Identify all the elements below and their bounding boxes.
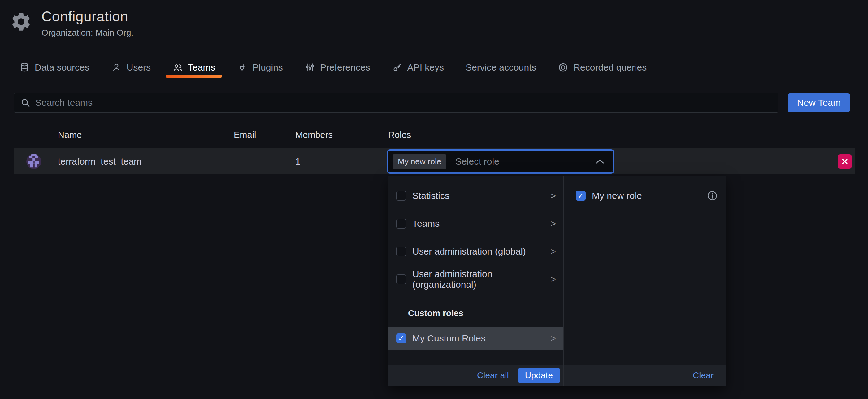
teams-toolbar: New Team <box>14 93 850 112</box>
tab-label: API keys <box>407 62 444 73</box>
chevron-right-icon: > <box>550 191 556 201</box>
delete-team-button[interactable] <box>838 154 852 169</box>
tab-data-sources[interactable]: Data sources <box>12 57 96 78</box>
menu-item-label: User administration (global) <box>412 246 548 257</box>
search-teams-input[interactable] <box>35 97 772 108</box>
menu-item-label: Teams <box>412 219 548 229</box>
checkbox-checked[interactable] <box>576 191 586 201</box>
key-icon <box>392 62 402 73</box>
column-header-email: Email <box>234 130 256 140</box>
checkbox-unchecked[interactable] <box>396 246 406 257</box>
database-icon <box>19 62 30 73</box>
column-header-name: Name <box>58 130 82 140</box>
custom-roles-group-header: Custom roles <box>388 306 563 321</box>
record-icon <box>558 62 568 73</box>
chevron-up-icon[interactable] <box>595 159 604 164</box>
sliders-icon <box>305 62 315 73</box>
role-picker-input[interactable]: My new role Select role <box>388 151 613 172</box>
tab-users[interactable]: Users <box>104 57 158 78</box>
role-picker-placeholder: Select role <box>455 156 586 167</box>
submenu-item-label: My new role <box>592 191 707 201</box>
role-picker-dropdown: Statistics > Teams > User administration… <box>388 176 726 386</box>
menu-item-label: My Custom Roles <box>412 333 548 344</box>
tab-label: Teams <box>188 62 215 73</box>
checkbox-unchecked[interactable] <box>396 191 406 201</box>
tab-service-accounts[interactable]: Service accounts <box>459 57 543 78</box>
menu-item-label: Statistics <box>412 191 548 201</box>
tab-teams[interactable]: Teams <box>165 57 222 78</box>
info-icon[interactable] <box>707 190 718 201</box>
clear-all-button[interactable]: Clear all <box>477 370 509 380</box>
users-icon <box>173 62 183 73</box>
role-submenu-pane: My new role Clear <box>564 176 726 386</box>
config-tabbar: Data sources Users Teams Plugins <box>0 57 868 78</box>
menu-item-teams[interactable]: Teams > <box>388 210 563 237</box>
update-button[interactable]: Update <box>518 368 560 383</box>
role-menu-pane: Statistics > Teams > User administration… <box>388 176 564 386</box>
menu-item-my-custom-roles[interactable]: My Custom Roles > <box>388 327 563 350</box>
tab-preferences[interactable]: Preferences <box>298 57 377 78</box>
menu-item-label: User administration (organizational) <box>412 269 548 290</box>
plug-icon <box>237 62 247 73</box>
user-icon <box>111 62 122 73</box>
tab-api-keys[interactable]: API keys <box>385 57 451 78</box>
submenu-item-my-new-role[interactable]: My new role <box>564 182 726 210</box>
team-members-cell: 1 <box>295 156 301 167</box>
tab-label: Recorded queries <box>573 62 647 73</box>
checkbox-unchecked[interactable] <box>396 219 406 229</box>
column-header-members: Members <box>295 130 333 140</box>
chevron-right-icon: > <box>550 219 556 229</box>
menu-item-statistics[interactable]: Statistics > <box>388 182 563 210</box>
tab-recorded-queries[interactable]: Recorded queries <box>551 57 653 78</box>
chevron-right-icon: > <box>550 246 556 257</box>
new-team-button[interactable]: New Team <box>788 93 850 112</box>
teams-table-header: Name Email Members Roles <box>14 130 855 143</box>
search-icon <box>21 98 30 108</box>
team-name-cell: terraform_test_team <box>58 156 142 167</box>
menu-item-user-admin-organizational[interactable]: User administration (organizational) > <box>388 265 563 293</box>
close-icon <box>841 158 848 165</box>
chevron-right-icon: > <box>550 274 556 285</box>
tab-plugins[interactable]: Plugins <box>230 57 289 78</box>
clear-button[interactable]: Clear <box>693 370 714 380</box>
team-avatar <box>26 154 41 169</box>
tab-label: Service accounts <box>466 62 536 73</box>
menu-item-user-admin-global[interactable]: User administration (global) > <box>388 237 563 265</box>
role-submenu-footer: Clear <box>564 365 726 386</box>
page-subtitle: Organization: Main Org. <box>41 28 133 38</box>
chevron-right-icon: > <box>550 333 556 344</box>
table-row: terraform_test_team 1 My new role Select… <box>14 148 855 174</box>
tab-label: Plugins <box>252 62 283 73</box>
role-menu-footer: Clear all Update <box>388 365 563 386</box>
page-title: Configuration <box>41 8 133 25</box>
checkbox-checked[interactable] <box>396 333 406 343</box>
selected-role-chip[interactable]: My new role <box>393 154 446 169</box>
tab-label: Users <box>127 62 151 73</box>
column-header-roles: Roles <box>388 130 411 140</box>
tab-label: Data sources <box>35 62 90 73</box>
configuration-gear-icon <box>10 10 32 33</box>
tab-label: Preferences <box>320 62 370 73</box>
search-box <box>14 93 778 112</box>
page-header: Configuration Organization: Main Org. <box>10 8 133 38</box>
checkbox-unchecked[interactable] <box>396 274 406 284</box>
